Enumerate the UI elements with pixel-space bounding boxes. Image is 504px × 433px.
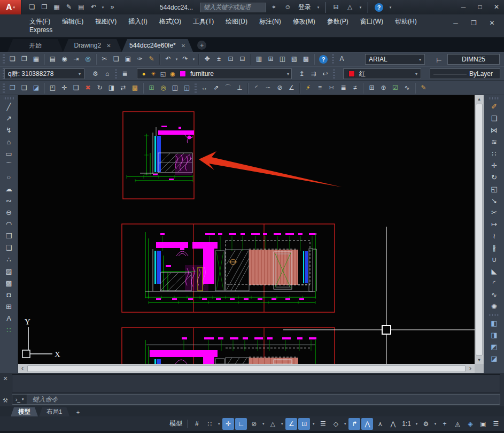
undo-dropdown[interactable]: ▾: [100, 2, 105, 13]
layer-combo[interactable]: ●☀◱◉ furniture ▾: [137, 68, 292, 79]
dim-continue-icon[interactable]: ∺: [326, 82, 337, 94]
osnap-dropdown[interactable]: ▾: [311, 418, 316, 429]
object-snap-tracking-icon[interactable]: ∠: [285, 418, 297, 430]
dim-center-mark-icon[interactable]: ⊕: [378, 82, 389, 94]
copy-object-icon[interactable]: ❑: [488, 113, 501, 124]
chamfer-icon[interactable]: ◣: [488, 266, 501, 277]
region-icon[interactable]: ◘: [3, 289, 15, 300]
spline-icon[interactable]: ∾: [3, 195, 15, 206]
polygon-icon[interactable]: ⌂: [3, 136, 15, 148]
menu-parametric[interactable]: 参数(P): [327, 17, 348, 26]
menu-help[interactable]: 帮助(H): [395, 17, 417, 26]
dim-ordinate-icon[interactable]: ⊥: [234, 82, 245, 94]
scroll-down-icon[interactable]: ▾: [478, 356, 480, 364]
properties-icon[interactable]: ▥: [253, 53, 265, 65]
workspace-switching-icon[interactable]: ⚙: [420, 418, 432, 430]
erase-icon[interactable]: ✐: [488, 101, 501, 112]
tab-model[interactable]: 模型: [11, 407, 38, 416]
iso-dropdown[interactable]: ▾: [280, 418, 284, 429]
trim-icon[interactable]: ✂: [488, 207, 501, 218]
dim-break-icon[interactable]: ≠: [350, 82, 361, 94]
block-attributes-icon[interactable]: ▩: [129, 82, 141, 94]
drawing-canvas[interactable]: Y X: [18, 95, 475, 364]
sheet-set-manager-icon[interactable]: ▧: [289, 53, 300, 65]
horizontal-scroll-thumb[interactable]: [27, 365, 466, 372]
insert-base-point-icon[interactable]: ◰: [47, 82, 58, 94]
menu-express[interactable]: Express: [29, 26, 52, 34]
selection-cycling-icon[interactable]: ◇: [330, 418, 342, 430]
annotation-scale-icon-icon[interactable]: ⋀: [387, 418, 399, 430]
offset-icon[interactable]: ≋: [488, 136, 501, 148]
ortho-mode-icon[interactable]: ∟: [235, 418, 247, 430]
mirror-icon[interactable]: ⋈: [488, 125, 501, 136]
etransmit-icon[interactable]: ⇥: [71, 53, 82, 65]
dim-diameter-icon[interactable]: ⊘: [274, 82, 285, 94]
restore-document-icon[interactable]: ❐: [468, 18, 479, 29]
linetype-combo[interactable]: ByLayer: [430, 68, 500, 79]
scale-dropdown[interactable]: ▾: [414, 418, 419, 429]
ellipse-arc-icon[interactable]: ◠: [3, 219, 15, 230]
a360-dropdown[interactable]: ▾: [358, 2, 363, 13]
maximize-window-icon[interactable]: □: [476, 2, 484, 13]
undo-icon[interactable]: ↶: [88, 2, 99, 13]
gradient-icon[interactable]: ▩: [3, 277, 15, 289]
rotate-block-icon[interactable]: ↻: [94, 82, 105, 94]
dim-arc-length-icon[interactable]: ⌒: [222, 82, 234, 94]
dim-edit-icon[interactable]: ✎: [418, 82, 429, 94]
dim-spacing-icon[interactable]: ≣: [338, 82, 349, 94]
horizontal-scrollbar[interactable]: ‹ ›: [18, 364, 475, 373]
copy-icon[interactable]: ❑: [111, 53, 122, 65]
grid-display-icon[interactable]: #: [191, 418, 203, 430]
dimension-style-icon[interactable]: ⊢: [433, 55, 445, 66]
tab-layout1[interactable]: 布局1: [39, 407, 69, 416]
point-cloud-icon[interactable]: ∷: [3, 324, 15, 336]
stretch-icon[interactable]: ↘: [488, 195, 501, 206]
menu-modify[interactable]: 修改(M): [293, 17, 315, 26]
text-style-icon[interactable]: A: [336, 53, 347, 65]
make-object-layer-current-icon[interactable]: ↥: [296, 68, 307, 80]
help-icon[interactable]: ?: [319, 55, 328, 64]
polar-dropdown[interactable]: ▾: [261, 418, 266, 429]
undo-dropdown[interactable]: ▾: [174, 53, 179, 65]
menu-format[interactable]: 格式(O): [159, 17, 181, 26]
close-window-icon[interactable]: ✕: [492, 2, 501, 13]
move-block-icon[interactable]: ✛: [59, 82, 70, 94]
send-under-objects-icon[interactable]: ◪: [488, 353, 501, 364]
menu-edit[interactable]: 编辑(E): [62, 17, 83, 26]
array-icon[interactable]: ∷: [488, 148, 501, 159]
snap-mode-icon[interactable]: ∷: [204, 418, 215, 430]
design-center-icon[interactable]: ⊞: [265, 53, 276, 65]
edit-block-icon[interactable]: ✎: [146, 53, 157, 65]
purge-block-icon[interactable]: ◎: [158, 82, 169, 94]
dim-baseline-icon[interactable]: ≡: [314, 82, 325, 94]
layer-thaw-sun-icon[interactable]: ☀: [149, 68, 158, 80]
copy-nested-objects-icon[interactable]: ❑: [71, 82, 82, 94]
customization-menu-icon[interactable]: ☰: [490, 418, 502, 430]
replace-block-icon[interactable]: ⇄: [118, 82, 129, 94]
tab-drawing2[interactable]: Drawing2 ✕: [63, 39, 122, 52]
explode-icon[interactable]: ✺: [488, 301, 501, 312]
annotation-monitor-icon[interactable]: +: [439, 418, 451, 430]
multiline-text-icon[interactable]: A: [3, 313, 15, 324]
dynamic-input-icon[interactable]: ✛: [222, 418, 234, 430]
annotation-scale-value[interactable]: 1:1: [400, 420, 413, 428]
move-icon[interactable]: ✛: [488, 160, 501, 171]
help-dropdown[interactable]: ▾: [388, 2, 393, 13]
command-input[interactable]: ›_ ▾ 键入命令: [12, 394, 500, 405]
snap-dropdown[interactable]: ▾: [216, 418, 221, 429]
layer-states-icon[interactable]: ⌂: [102, 68, 113, 80]
remove-from-working-set-icon[interactable]: ◪: [30, 82, 42, 94]
polar-tracking-icon[interactable]: ⊘: [248, 418, 260, 430]
isolate-objects-icon[interactable]: ◬: [452, 418, 463, 430]
quick-calculator-icon[interactable]: ▩: [300, 53, 312, 65]
bring-above-objects-icon[interactable]: ◩: [488, 341, 501, 352]
close-tab-icon[interactable]: ✕: [106, 43, 111, 49]
construction-line-icon[interactable]: ↗: [3, 113, 15, 124]
dim-jog-line-icon[interactable]: ∿: [401, 82, 413, 94]
circle-icon[interactable]: ○: [3, 172, 15, 183]
arc-icon[interactable]: ⌒: [3, 160, 15, 171]
slice-block-icon[interactable]: ◫: [169, 82, 181, 94]
open-file-icon[interactable]: ❐: [39, 2, 50, 13]
zoom-previous-icon[interactable]: ⊟: [237, 53, 248, 65]
user-icon[interactable]: ☺: [282, 2, 293, 13]
